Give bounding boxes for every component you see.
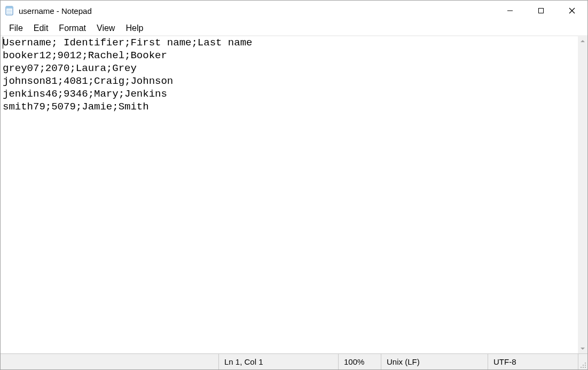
- status-encoding: UTF-8: [488, 354, 578, 369]
- statusbar: Ln 1, Col 1 100% Unix (LF) UTF-8: [1, 353, 587, 369]
- status-cursor-position: Ln 1, Col 1: [218, 354, 338, 369]
- scroll-down-arrow-icon[interactable]: [578, 344, 587, 353]
- svg-point-13: [583, 365, 584, 366]
- statusbar-spacer: [1, 354, 218, 369]
- window-controls: [495, 1, 587, 21]
- svg-point-11: [585, 365, 586, 366]
- text-editor[interactable]: Username; Identifier;First name;Last nam…: [1, 36, 578, 353]
- svg-point-9: [585, 367, 586, 368]
- svg-point-14: [585, 363, 586, 364]
- menu-help[interactable]: Help: [120, 22, 148, 34]
- maximize-button[interactable]: [526, 1, 556, 21]
- scroll-up-arrow-icon[interactable]: [578, 36, 587, 46]
- window-title: username - Notepad: [19, 6, 495, 15]
- notepad-app-icon: [5, 6, 14, 15]
- text-caret: [3, 37, 3, 49]
- menu-view[interactable]: View: [91, 22, 120, 34]
- svg-rect-1: [6, 6, 13, 9]
- menu-format[interactable]: Format: [53, 22, 91, 34]
- close-button[interactable]: [556, 1, 587, 21]
- svg-point-12: [581, 367, 582, 368]
- vertical-scrollbar[interactable]: [578, 36, 587, 353]
- status-zoom-level: 100%: [338, 354, 381, 369]
- titlebar[interactable]: username - Notepad: [1, 1, 587, 21]
- svg-rect-6: [539, 9, 544, 13]
- editor-container: Username; Identifier;First name;Last nam…: [1, 36, 587, 353]
- menubar: File Edit Format View Help: [1, 21, 587, 36]
- notepad-window: username - Notepad File Edit Format View…: [0, 0, 588, 370]
- resize-grip-icon[interactable]: [578, 354, 587, 369]
- status-line-ending: Unix (LF): [381, 354, 488, 369]
- minimize-button[interactable]: [495, 1, 526, 21]
- menu-edit[interactable]: Edit: [28, 22, 54, 34]
- svg-point-10: [583, 367, 584, 368]
- menu-file[interactable]: File: [4, 22, 28, 34]
